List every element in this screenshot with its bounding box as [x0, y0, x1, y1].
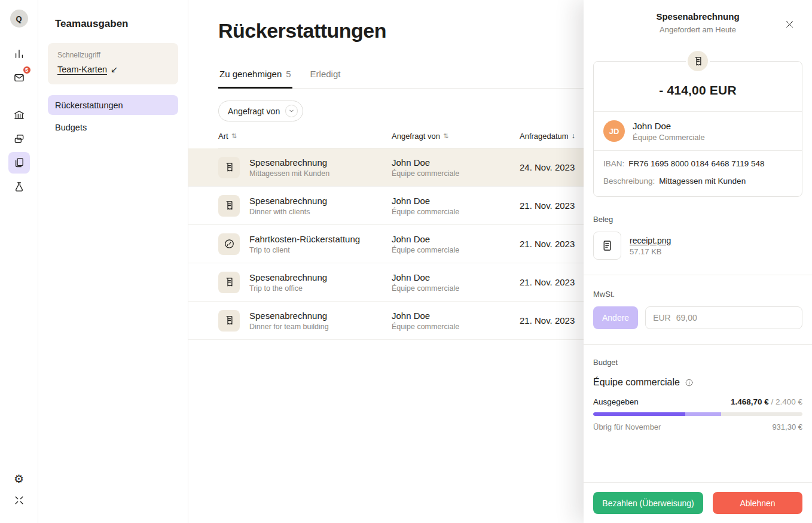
budget-section: Budget Équipe commerciale Ausgegeben 1.4…	[593, 358, 802, 431]
receipt-file-size: 57.17 KB	[630, 247, 671, 256]
sidebar: Teamausgaben Schnellzugriff Team-Karten …	[38, 0, 188, 523]
qonto-logo-icon[interactable]	[8, 489, 30, 511]
receipt-icon	[218, 272, 240, 293]
budget-section-label: Budget	[593, 358, 802, 367]
remaining-label: Übrig für November	[593, 422, 661, 431]
vat-section: MwSt. Andere EUR 69,00	[593, 290, 802, 329]
divider	[584, 344, 812, 345]
panel-header: Spesenabrechnung Angefordert am Heute	[584, 0, 812, 34]
requester-name: John Doe	[392, 196, 520, 206]
requester-name: John Doe	[392, 234, 520, 244]
spent-label: Ausgegeben	[593, 397, 639, 406]
chevron-down-icon	[285, 105, 298, 117]
receipt-icon	[218, 310, 240, 332]
receipt-section: Beleg receipt.png 57.17 KB	[593, 215, 802, 260]
amount-card: - 414,00 EUR JD John Doe Équipe Commerci…	[593, 61, 802, 197]
description-line: Beschreibung: Mittagessen mit Kunden	[603, 177, 792, 186]
settings-gear-icon[interactable]: ⚙	[8, 468, 30, 489]
sidebar-item-rueckerstattungen[interactable]: Rückerstattungen	[48, 95, 178, 115]
close-icon[interactable]	[782, 17, 796, 31]
sort-icon: ⇅	[231, 132, 237, 140]
rail-group-top: 5	[8, 43, 30, 89]
requester-name: John Doe	[392, 311, 520, 321]
budget-team-row: Équipe commerciale	[593, 377, 802, 388]
column-header-angefragt-von[interactable]: Angefragt von ⇅	[392, 132, 520, 141]
requester-name: John Doe	[392, 272, 520, 282]
requester-team: Équipe commerciale	[392, 169, 520, 178]
budget-limit: / 2.400 €	[771, 397, 802, 406]
expense-description: Mittagessen mit Kunden	[249, 169, 329, 178]
bar-chart-icon[interactable]	[8, 43, 30, 65]
requester-name: John Doe	[633, 121, 705, 131]
org-avatar[interactable]: Q	[10, 10, 28, 28]
currency-prefix: EUR	[653, 313, 671, 323]
budget-progress-bar	[593, 412, 802, 416]
sort-icon: ⇅	[443, 132, 448, 140]
requester-team: Équipe commerciale	[392, 208, 520, 216]
expense-type: Fahrtkosten-Rückerstattung	[249, 234, 360, 244]
panel-title: Spesenabrechnung	[593, 11, 802, 22]
budget-progress-current	[685, 412, 721, 416]
rail-group-mid	[8, 104, 30, 197]
app-root: Q 5 ⚙	[0, 0, 812, 523]
document-icon[interactable]	[593, 232, 621, 260]
info-icon[interactable]	[685, 378, 694, 387]
quick-access-card: Schnellzugriff Team-Karten ↙	[48, 43, 178, 84]
vat-amount-value: 69,00	[676, 313, 697, 323]
expense-description: Trip to client	[249, 246, 360, 254]
expense-description: Trip to the office	[249, 284, 327, 293]
panel-subtitle: Angefordert am Heute	[593, 25, 802, 34]
requester-name: John Doe	[392, 157, 520, 168]
arrow-down-left-icon: ↙	[111, 65, 118, 74]
vat-section-label: MwSt.	[593, 290, 802, 299]
avatar: JD	[603, 120, 625, 142]
vat-amount-input[interactable]: EUR 69,00	[645, 306, 802, 329]
budget-progress-previous	[593, 412, 685, 416]
expense-type: Spesenabrechnung	[249, 272, 327, 282]
tab-erledigt[interactable]: Erledigt	[309, 66, 342, 88]
cards-icon[interactable]	[8, 128, 30, 150]
expense-type: Spesenabrechnung	[249, 311, 329, 321]
mileage-gauge-icon	[218, 233, 240, 255]
requested-by-filter[interactable]: Angefragt von	[218, 101, 303, 121]
budget-spent-row: Ausgegeben 1.468,70 € / 2.400 €	[593, 397, 802, 406]
sidebar-item-budgets[interactable]: Budgets	[48, 117, 178, 137]
inbox-icon[interactable]: 5	[8, 67, 30, 89]
requester-row: JD John Doe Équipe Commerciale	[594, 111, 802, 150]
pay-transfer-button[interactable]: Bezahlen (Überweisung)	[593, 492, 703, 514]
receipt-icon	[686, 49, 710, 73]
iban-line: IBAN: FR76 1695 8000 0184 6468 7119 548	[603, 159, 792, 168]
sidebar-title: Teamausgaben	[48, 18, 178, 30]
receipt-file-link[interactable]: receipt.png	[630, 236, 671, 245]
expense-type: Spesenabrechnung	[249, 157, 329, 168]
receipt-file-row: receipt.png 57.17 KB	[593, 232, 802, 260]
expenses-icon[interactable]	[8, 152, 30, 174]
expense-detail-panel: Spesenabrechnung Angefordert am Heute - …	[584, 0, 812, 523]
reject-button[interactable]: Ablehnen	[713, 492, 802, 514]
sidebar-menu: Rückerstattungen Budgets	[48, 95, 178, 137]
team-cards-link[interactable]: Team-Karten ↙	[57, 65, 118, 74]
tab-count-badge: 5	[286, 69, 291, 79]
nav-rail: Q 5 ⚙	[0, 0, 38, 523]
tab-zu-genehmigen[interactable]: Zu genehmigen 5	[218, 66, 292, 89]
quick-access-label: Schnellzugriff	[57, 51, 169, 59]
bank-icon[interactable]	[8, 104, 30, 126]
budget-remaining-row: Übrig für November 931,30 €	[593, 422, 802, 431]
vat-other-button[interactable]: Andere	[593, 306, 638, 329]
description-value: Mittagessen mit Kunden	[659, 177, 746, 186]
flask-icon[interactable]	[8, 176, 30, 197]
requester-team: Équipe commerciale	[392, 246, 520, 254]
remaining-amount: 931,30 €	[772, 422, 802, 431]
column-header-art[interactable]: Art ⇅	[218, 132, 392, 141]
budget-team-name: Équipe commerciale	[593, 377, 680, 388]
receipt-icon	[218, 157, 240, 178]
vat-controls: Andere EUR 69,00	[593, 306, 802, 329]
expense-type: Spesenabrechnung	[249, 196, 327, 206]
receipt-section-label: Beleg	[593, 215, 802, 224]
expense-description: Dinner for team building	[249, 323, 329, 331]
requester-team: Équipe commerciale	[392, 323, 520, 331]
receipt-icon	[218, 195, 240, 217]
inbox-badge: 5	[22, 65, 32, 75]
requester-team: Équipe Commerciale	[633, 133, 705, 142]
panel-footer: Bezahlen (Überweisung) Ablehnen	[584, 482, 812, 523]
